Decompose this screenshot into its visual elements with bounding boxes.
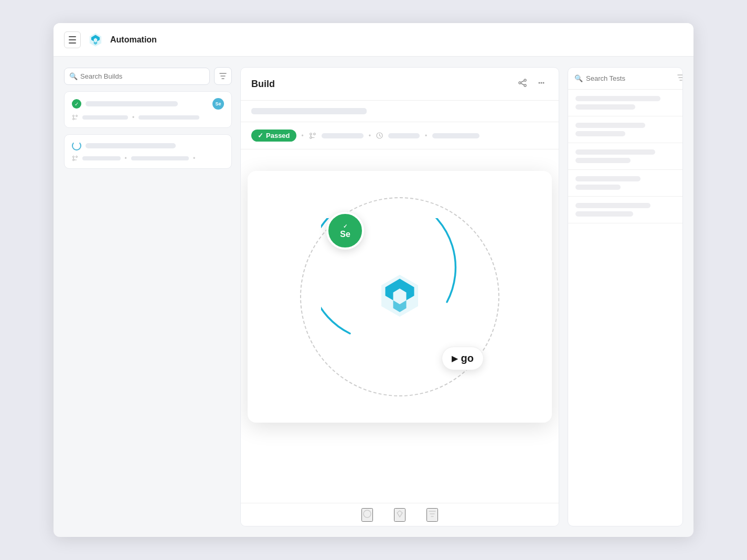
search-tests-input[interactable] <box>586 74 674 82</box>
search-builds-input[interactable] <box>64 68 210 85</box>
status-passed-icon: ✓ <box>72 99 81 109</box>
build-card-2[interactable]: • • <box>64 134 232 169</box>
test-skeleton-7 <box>575 176 641 181</box>
build-title-skeleton <box>86 101 178 106</box>
test-row-1[interactable] <box>568 90 682 116</box>
panel-header: Build <box>241 68 559 101</box>
tests-filter-icon <box>677 74 683 81</box>
build-2-title-skeleton <box>86 143 176 148</box>
main-panel: Build Passed • • <box>240 67 559 526</box>
build-meta-skeleton-3 <box>82 156 121 160</box>
test-skeleton-2 <box>575 104 635 110</box>
test-skeleton-4 <box>575 131 625 136</box>
share-icon <box>518 78 527 88</box>
branch-icon-2 <box>72 155 78 161</box>
svg-point-7 <box>519 82 521 84</box>
app-logo-icon <box>87 31 104 48</box>
hypertest-logo-icon <box>374 270 426 322</box>
build-meta-skeleton-1 <box>82 115 128 120</box>
filter-tab-icon <box>428 509 437 519</box>
clock-icon <box>376 132 383 139</box>
build-card-1-meta: • <box>72 114 224 121</box>
build-card-1-top: ✓ Se <box>72 98 224 110</box>
build-meta-skeleton-2 <box>138 115 199 120</box>
center-logo <box>374 270 426 324</box>
selenium-badge: ✓ Se <box>326 212 364 250</box>
hamburger-icon <box>69 36 76 44</box>
content-area: 🔍 ✓ Se <box>54 57 693 537</box>
branch-meta-icon <box>309 132 316 139</box>
build-card-2-top <box>72 141 224 150</box>
share-button[interactable] <box>516 76 529 92</box>
se-label: Se <box>340 230 350 239</box>
go-badge: ▶ go <box>442 347 484 370</box>
hamburger-button[interactable] <box>64 31 81 48</box>
branch-icon <box>72 114 78 121</box>
more-icon <box>537 78 546 88</box>
test-skeleton-9 <box>575 203 650 208</box>
panel-bottom-tabs <box>241 503 559 526</box>
top-bar: Automation <box>54 23 693 57</box>
tests-panel: 🔍 <box>568 67 683 526</box>
svg-point-10 <box>541 82 542 84</box>
app-title: Automation <box>110 35 157 45</box>
go-arrow-icon: ▶ <box>452 353 458 363</box>
test-row-5[interactable] <box>568 197 682 223</box>
test-row-2[interactable] <box>568 116 682 143</box>
test-skeleton-3 <box>575 123 645 128</box>
build-meta-skeleton-4 <box>131 156 189 160</box>
svg-point-4 <box>76 156 78 158</box>
tab-gem-button[interactable] <box>394 508 405 522</box>
build-info-row: Passed • • • <box>241 122 559 149</box>
filter-icon <box>219 72 227 80</box>
more-options-button[interactable] <box>535 76 548 92</box>
svg-point-8 <box>524 84 526 87</box>
svg-point-9 <box>539 82 540 84</box>
panel-actions <box>516 76 548 92</box>
circle-tab-icon <box>362 509 372 519</box>
svg-point-6 <box>524 79 526 81</box>
test-row-3[interactable] <box>568 143 682 170</box>
meta-skeleton-branch <box>322 133 364 138</box>
tab-circle-button[interactable] <box>361 508 373 522</box>
tests-search-icon: 🔍 <box>574 74 583 82</box>
status-badge: Passed <box>251 130 296 142</box>
center-modal: ✓ Se ▶ go <box>248 171 552 423</box>
meta-skeleton-extra <box>432 133 479 138</box>
search-icon: 🔍 <box>69 72 78 80</box>
svg-point-3 <box>73 156 74 158</box>
status-loading-icon <box>72 141 81 150</box>
svg-point-13 <box>314 133 316 135</box>
tab-filter-button[interactable] <box>426 508 438 522</box>
build-title-row <box>241 101 559 122</box>
gem-tab-icon <box>395 509 404 519</box>
main-window: Automation 🔍 ✓ <box>54 23 693 537</box>
test-skeleton-10 <box>575 211 633 217</box>
build-title-skeleton-main <box>251 108 367 114</box>
tests-search-row: 🔍 <box>568 68 682 90</box>
avatar: Se <box>212 98 224 110</box>
search-input-wrap: 🔍 <box>64 68 210 85</box>
svg-point-0 <box>73 115 74 117</box>
test-skeleton-5 <box>575 149 655 155</box>
svg-point-1 <box>76 115 78 117</box>
animation-container: ✓ Se ▶ go <box>290 187 510 407</box>
test-row-4[interactable] <box>568 170 682 197</box>
build-card-1[interactable]: ✓ Se • <box>64 91 232 128</box>
builds-filter-button[interactable] <box>214 67 232 85</box>
search-bar-row: 🔍 <box>64 67 232 85</box>
tests-filter-button[interactable] <box>677 74 683 83</box>
test-skeleton-6 <box>575 158 631 163</box>
go-label: go <box>461 352 474 364</box>
left-sidebar: 🔍 ✓ Se <box>64 67 232 526</box>
test-skeleton-8 <box>575 185 621 190</box>
svg-point-12 <box>310 133 312 135</box>
meta-skeleton-time <box>388 133 420 138</box>
svg-point-16 <box>364 510 371 518</box>
build-card-2-meta: • • <box>72 155 224 162</box>
svg-point-11 <box>543 82 545 84</box>
test-skeleton-1 <box>575 96 660 101</box>
panel-title: Build <box>251 79 275 90</box>
